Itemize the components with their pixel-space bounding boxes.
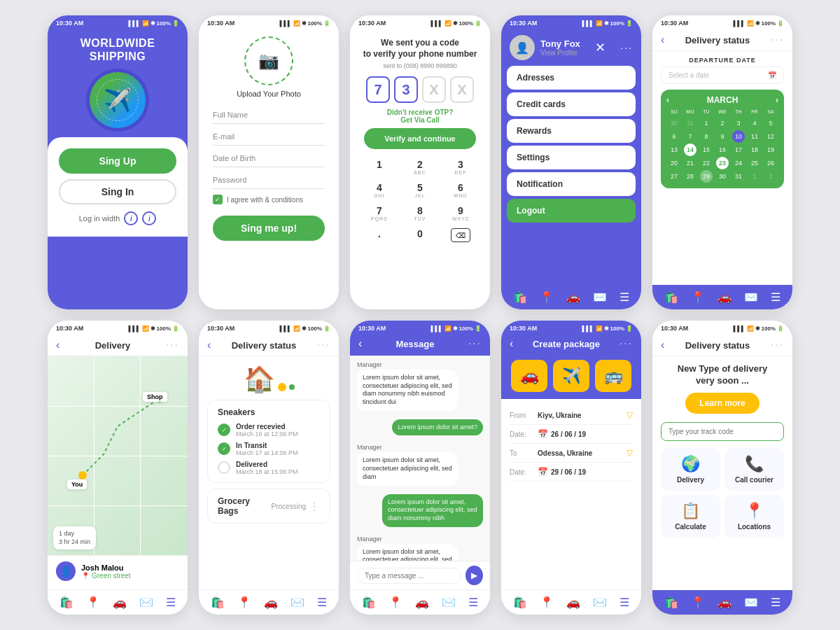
- vehicle-car[interactable]: 🚗: [511, 360, 547, 392]
- nav-menu-icon[interactable]: ☰: [771, 596, 780, 609]
- cal-day[interactable]: 25: [748, 157, 761, 169]
- cal-day[interactable]: 31: [684, 117, 696, 130]
- signup-button[interactable]: Sing Up: [59, 148, 176, 174]
- cal-day[interactable]: 11: [748, 130, 761, 143]
- cal-day[interactable]: 1: [748, 170, 761, 183]
- otp-digit-1[interactable]: 7: [366, 76, 390, 103]
- nav-bag-icon[interactable]: 🛍️: [513, 596, 527, 609]
- back-button[interactable]: ‹: [207, 339, 211, 351]
- nav-location-icon[interactable]: 📍: [691, 596, 705, 609]
- password-field[interactable]: Password: [213, 172, 325, 189]
- photo-circle[interactable]: 📷: [244, 36, 293, 85]
- menu-addresses[interactable]: Adresses: [507, 66, 636, 90]
- nav-car-icon[interactable]: 🚗: [566, 290, 580, 304]
- email-field[interactable]: E-mail: [213, 128, 325, 146]
- key-dot[interactable]: .: [360, 224, 399, 244]
- key-7[interactable]: 7PQRS: [360, 201, 399, 223]
- prev-month-btn[interactable]: ‹: [666, 95, 669, 105]
- cal-day-selected[interactable]: 14: [684, 144, 696, 156]
- cal-day[interactable]: 4: [748, 117, 761, 130]
- otp-digit-4[interactable]: X: [450, 76, 474, 103]
- nav-car-icon[interactable]: 🚗: [718, 290, 732, 304]
- key-1[interactable]: 1: [360, 155, 399, 176]
- key-2[interactable]: 2ABC: [400, 155, 440, 176]
- cal-day[interactable]: 18: [748, 144, 761, 156]
- next-month-btn[interactable]: ›: [776, 95, 778, 105]
- cal-day[interactable]: 12: [764, 130, 777, 143]
- more-menu[interactable]: ···: [317, 339, 330, 351]
- more-menu[interactable]: ···: [771, 34, 784, 46]
- cal-day[interactable]: 3: [732, 117, 745, 130]
- cal-day[interactable]: 15: [700, 144, 713, 156]
- cal-day-selected2[interactable]: 23: [716, 157, 729, 169]
- back-button[interactable]: ‹: [56, 339, 59, 351]
- fullname-field[interactable]: Full Name: [213, 106, 325, 124]
- learn-more-button[interactable]: Learn more: [685, 393, 759, 414]
- nav-bag-icon[interactable]: 🛍️: [362, 596, 376, 609]
- view-profile-link[interactable]: View Profile: [540, 49, 580, 57]
- key-5[interactable]: 5JKL: [400, 178, 440, 200]
- more-menu[interactable]: ···: [166, 339, 179, 351]
- nav-bag-icon[interactable]: 🛍️: [211, 596, 225, 609]
- nav-menu-icon[interactable]: ☰: [771, 290, 780, 304]
- info-btn-2[interactable]: i: [142, 211, 156, 225]
- key-3[interactable]: 3DEF: [441, 155, 480, 176]
- dropdown-icon[interactable]: ▽: [626, 448, 633, 458]
- nav-mail-icon[interactable]: ✉️: [442, 596, 456, 609]
- cal-day[interactable]: 19: [764, 144, 777, 156]
- signup-submit[interactable]: Sing me up!: [213, 216, 325, 241]
- nav-car-icon[interactable]: 🚗: [566, 596, 580, 609]
- nav-bag-icon[interactable]: 🛍️: [513, 290, 527, 304]
- nav-location-icon[interactable]: 📍: [540, 290, 554, 304]
- options-icon[interactable]: ⋮: [309, 500, 320, 513]
- cal-day[interactable]: 2: [764, 170, 777, 183]
- get-via-call[interactable]: Get Via Call: [400, 116, 439, 124]
- menu-credit-cards[interactable]: Credit cards: [507, 92, 636, 116]
- send-button[interactable]: ▶: [465, 566, 483, 585]
- more-menu[interactable]: ···: [468, 337, 482, 350]
- nav-menu-icon[interactable]: ☰: [317, 596, 327, 609]
- service-calculate[interactable]: 📋 Calculate: [661, 495, 720, 538]
- dropdown-icon[interactable]: ▽: [626, 410, 633, 420]
- nav-location-icon[interactable]: 📍: [388, 596, 402, 609]
- otp-digit-2[interactable]: 3: [394, 76, 418, 103]
- back-button[interactable]: ‹: [661, 34, 664, 46]
- cal-day[interactable]: 16: [716, 144, 729, 156]
- nav-menu-icon[interactable]: ☰: [620, 596, 629, 609]
- menu-settings[interactable]: Settings: [507, 146, 636, 169]
- menu-rewards[interactable]: Rewards: [507, 119, 636, 143]
- nav-menu-icon[interactable]: ☰: [166, 596, 176, 609]
- cal-day-sel3[interactable]: 29: [700, 170, 713, 183]
- key-9[interactable]: 9WXYZ: [441, 201, 480, 223]
- cal-day[interactable]: 28: [684, 170, 696, 183]
- key-8[interactable]: 8TUV: [400, 201, 440, 223]
- cal-day[interactable]: 9: [716, 130, 729, 143]
- nav-location-icon[interactable]: 📍: [691, 290, 705, 304]
- message-input[interactable]: [357, 568, 461, 584]
- cal-day[interactable]: 27: [668, 170, 680, 183]
- nav-location-icon[interactable]: 📍: [86, 596, 100, 609]
- cal-day[interactable]: 24: [732, 157, 745, 169]
- back-button[interactable]: ‹: [510, 337, 513, 350]
- nav-car-icon[interactable]: 🚗: [113, 596, 127, 609]
- close-button[interactable]: ✕: [595, 40, 606, 55]
- menu-logout[interactable]: Logout: [507, 199, 636, 223]
- key-0[interactable]: 0: [400, 224, 440, 244]
- nav-location-icon[interactable]: 📍: [540, 596, 554, 609]
- cal-day[interactable]: 26: [764, 157, 777, 169]
- cal-day-today[interactable]: 10: [732, 130, 745, 143]
- nav-car-icon[interactable]: 🚗: [264, 596, 278, 609]
- key-del[interactable]: ⌫: [441, 224, 480, 244]
- cal-day[interactable]: 31: [732, 170, 745, 183]
- nav-menu-icon[interactable]: ☰: [468, 596, 478, 609]
- cal-day[interactable]: 8: [700, 130, 713, 143]
- cal-day[interactable]: 20: [668, 157, 680, 169]
- cal-day[interactable]: 2: [716, 117, 729, 130]
- back-button[interactable]: ‹: [358, 337, 362, 350]
- nav-mail-icon[interactable]: ✉️: [290, 596, 304, 609]
- vehicle-bus[interactable]: 🚌: [595, 360, 631, 392]
- dots-menu[interactable]: ···: [620, 42, 633, 53]
- info-btn-1[interactable]: i: [124, 211, 138, 225]
- back-button[interactable]: ‹: [661, 339, 664, 351]
- nav-bag-icon[interactable]: 🛍️: [664, 596, 678, 609]
